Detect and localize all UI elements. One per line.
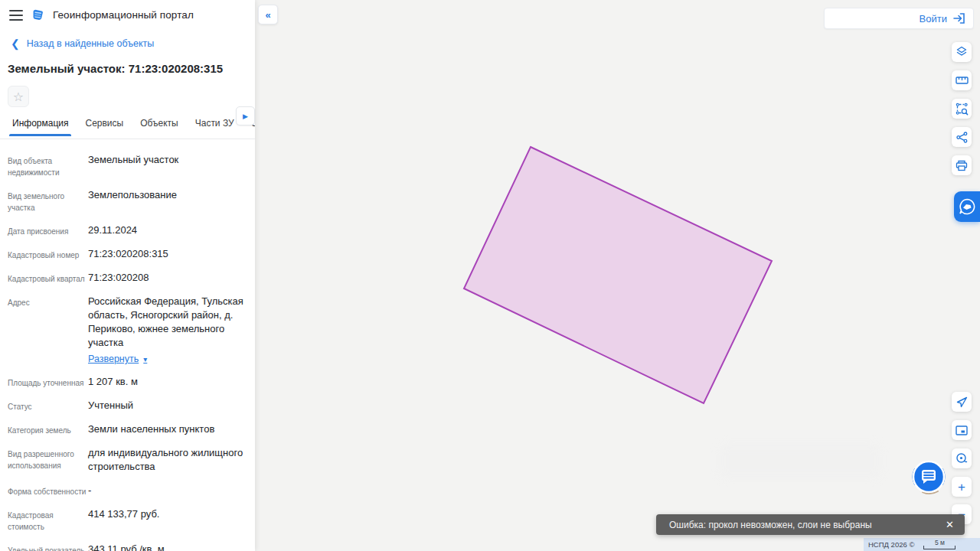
panel-header: Геоинформационный портал xyxy=(0,0,255,21)
scale-label: 5 м xyxy=(935,540,945,546)
search-coordinates-icon xyxy=(956,452,968,465)
measure-button[interactable] xyxy=(952,70,972,90)
layers-icon xyxy=(956,46,968,58)
select-area-button[interactable] xyxy=(952,99,972,119)
tabs-scroll-right-button[interactable]: ▶ xyxy=(236,106,255,126)
portal-logo-icon xyxy=(31,8,44,21)
tab-parcel-parts[interactable]: Части ЗУ xyxy=(195,118,234,136)
page-title: Земельный участок: 71:23:020208:315 xyxy=(8,62,246,75)
scale-bar: 5 м xyxy=(922,540,957,549)
zoom-in-button[interactable]: + xyxy=(952,477,972,497)
field-assignment-date: Дата присвоения 29.11.2024 xyxy=(8,223,246,237)
field-land-category: Категория земель Земли населенных пункто… xyxy=(8,422,246,436)
field-address: Адрес Российская Федерация, Тульская обл… xyxy=(8,295,246,365)
login-label: Войти xyxy=(920,13,947,24)
field-permitted-use: Вид разрешенного использования для индив… xyxy=(8,446,246,474)
attributes-list: Вид объекта недвижимости Земельный участ… xyxy=(0,139,255,551)
field-status: Статус Учтенный xyxy=(8,399,246,412)
field-cadastral-number: Кадастровый номер 71:23:020208:315 xyxy=(8,247,246,261)
area-search-icon xyxy=(956,103,969,116)
basemap-style-button[interactable] xyxy=(954,191,980,222)
tab-information[interactable]: Информация xyxy=(12,118,68,136)
favorite-star-button[interactable]: ☆ xyxy=(8,86,29,107)
attribution-text: НСПД 2026 © xyxy=(868,540,914,549)
chevron-right-icon: ▶ xyxy=(243,112,248,120)
overview-map-button[interactable] xyxy=(952,420,972,440)
star-icon: ☆ xyxy=(13,90,24,104)
back-chevron-icon: ❮ xyxy=(11,38,20,49)
map-attribution-strip: НСПД 2026 © 5 м xyxy=(864,538,980,551)
ruler-icon xyxy=(956,76,969,85)
tab-services[interactable]: Сервисы xyxy=(85,118,123,136)
menu-icon[interactable] xyxy=(9,10,23,21)
field-cadastral-value: Кадастровая стоимость 414 133,77 руб. xyxy=(8,507,246,533)
back-link-label: Назад в найденные объекты xyxy=(27,38,154,49)
minimap-icon xyxy=(956,425,968,435)
layers-button[interactable] xyxy=(952,42,972,62)
share-button[interactable] xyxy=(952,127,972,147)
navigation-arrow-icon xyxy=(956,396,968,408)
basemap-icon xyxy=(959,198,975,215)
expand-address-link[interactable]: Развернуть ▾ xyxy=(88,354,147,364)
close-icon[interactable]: ✕ xyxy=(942,517,957,532)
chat-bubble-icon xyxy=(907,455,950,498)
print-icon xyxy=(956,160,968,171)
field-parcel-kind: Вид земельного участка Землепользование xyxy=(8,188,246,214)
plus-icon: + xyxy=(958,481,965,494)
map-watermark xyxy=(720,444,880,478)
chevron-down-icon: ▾ xyxy=(143,355,147,364)
tab-objects[interactable]: Объекты xyxy=(140,118,178,136)
share-icon xyxy=(956,132,968,143)
field-ownership-form: Форма собственности - xyxy=(8,484,246,497)
portal-title: Геоинформационный портал xyxy=(53,9,194,21)
field-area: Площадь уточненная 1 207 кв. м xyxy=(8,375,246,389)
print-button[interactable] xyxy=(952,155,972,175)
login-button[interactable]: Войти xyxy=(824,8,974,29)
back-to-results-link[interactable]: ❮ Назад в найденные объекты xyxy=(11,38,246,49)
collapse-panel-button[interactable]: « xyxy=(258,5,278,24)
login-icon xyxy=(953,13,965,24)
tab-bar: Информация Сервисы Объекты Части ЗУ Сост… xyxy=(0,118,255,139)
error-toast: Ошибка: прокол невозможен, слои не выбра… xyxy=(656,514,965,535)
scale-line xyxy=(923,546,956,549)
object-info-panel: Геоинформационный портал ❮ Назад в найде… xyxy=(0,0,255,551)
chat-widget-button[interactable] xyxy=(907,455,950,498)
field-object-kind: Вид объекта недвижимости Земельный участ… xyxy=(8,153,246,178)
field-specific-value: Удельный показатель кадастровой стоимост… xyxy=(8,543,246,551)
locate-me-button[interactable] xyxy=(952,392,972,412)
double-chevron-left-icon: « xyxy=(265,9,270,21)
coordinate-search-button[interactable] xyxy=(952,448,972,468)
field-cadastral-block: Кадастровый квартал 71:23:020208 xyxy=(8,271,246,285)
toast-message: Ошибка: прокол невозможен, слои не выбра… xyxy=(669,520,942,530)
